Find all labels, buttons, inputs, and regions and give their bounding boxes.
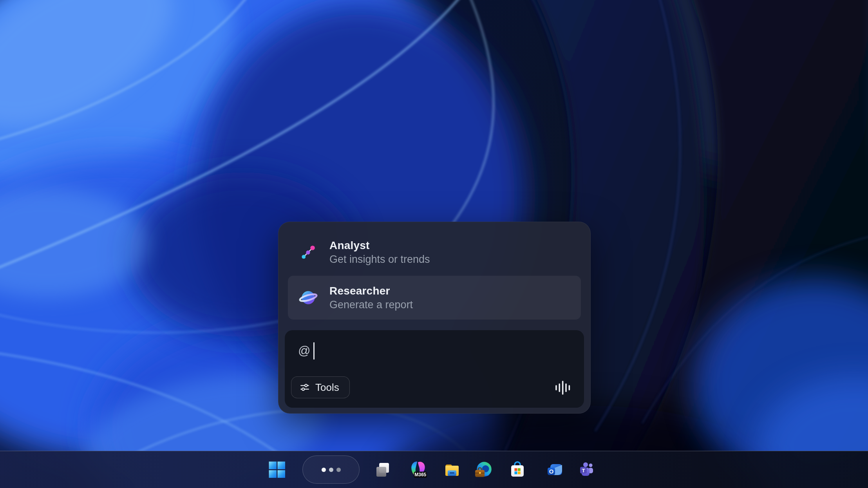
taskbar: M365: [0, 451, 868, 488]
start-button[interactable]: [268, 460, 286, 479]
prompt-input-value: @: [298, 342, 310, 360]
tools-button-label: Tools: [315, 381, 339, 394]
text-cursor: [313, 342, 315, 360]
agent-subtitle: Get insights or trends: [329, 253, 430, 266]
file-explorer-icon: [443, 460, 461, 479]
task-view-icon: [373, 460, 392, 479]
copilot-taskbar-pill[interactable]: [302, 455, 360, 484]
agent-row-researcher[interactable]: Researcher Generate a report: [288, 276, 581, 320]
taskbar-app-outlook[interactable]: O: [545, 460, 564, 479]
outlook-icon: O: [545, 460, 564, 479]
tools-button[interactable]: Tools: [291, 376, 350, 398]
analyst-trend-icon: [299, 243, 318, 262]
windows-start-icon: [268, 460, 286, 479]
m365-copilot-icon: M365: [408, 460, 427, 479]
edge-icon: [474, 460, 494, 479]
voice-button[interactable]: [554, 380, 572, 396]
taskbar-app-store[interactable]: [508, 460, 527, 479]
outlook-letter: O: [549, 468, 554, 475]
prompt-input[interactable]: @ Tools: [285, 330, 584, 408]
m365-badge: M365: [414, 472, 426, 477]
agent-title: Analyst: [329, 239, 430, 253]
sliders-icon: [299, 382, 310, 393]
teams-letter: T: [582, 468, 585, 474]
taskbar-app-edge[interactable]: [474, 460, 493, 479]
taskbar-app-file-explorer[interactable]: [443, 460, 461, 479]
agent-subtitle: Generate a report: [329, 298, 413, 312]
researcher-planet-icon: [299, 288, 318, 307]
typing-dots-icon: [322, 468, 341, 472]
agent-title: Researcher: [329, 284, 413, 298]
copilot-agent-panel: Analyst Get insights or trends: [278, 222, 591, 414]
agent-row-analyst[interactable]: Analyst Get insights or trends: [288, 231, 581, 274]
microsoft-store-icon: [508, 460, 527, 479]
teams-icon: T: [577, 460, 596, 479]
taskbar-app-task-view[interactable]: [373, 460, 392, 479]
taskbar-app-m365-copilot[interactable]: M365: [408, 460, 427, 479]
taskbar-app-teams[interactable]: T: [577, 460, 596, 479]
voice-waveform-icon: [554, 380, 572, 396]
desktop-screen: Analyst Get insights or trends: [0, 0, 868, 488]
